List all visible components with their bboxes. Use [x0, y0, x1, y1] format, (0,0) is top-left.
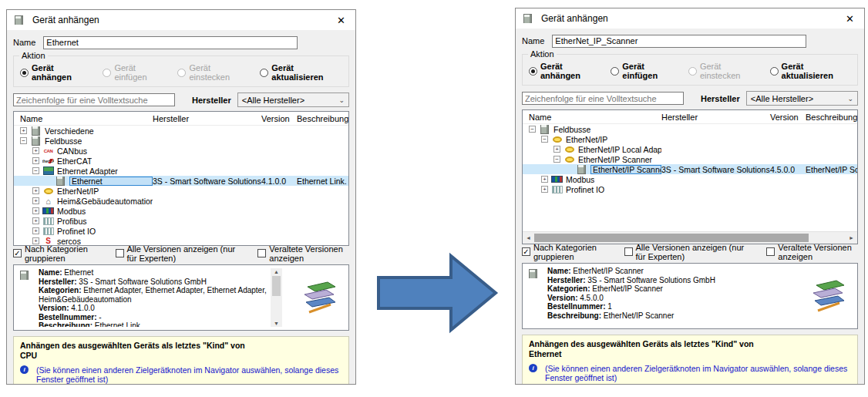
- tree-column-headers: NameHerstellerVersionBeschreibung: [523, 110, 857, 124]
- fulltext-search-input[interactable]: [13, 93, 175, 106]
- radio-ger-t-anh-ngen[interactable]: Gerät anhängen: [20, 63, 91, 82]
- close-icon[interactable]: ✕: [842, 13, 858, 25]
- tree-expand-icon[interactable]: +: [32, 217, 39, 224]
- scroll-down-icon[interactable]: ▼: [274, 321, 279, 326]
- scrollbar-thumb[interactable]: [272, 276, 281, 296]
- tree-row[interactable]: −Feldbusse: [523, 124, 857, 134]
- checkbox-veraltete-versionen-anzeigen[interactable]: Veraltete Versionen anzeigen: [257, 244, 349, 263]
- tree-expand-icon[interactable]: +: [553, 146, 560, 153]
- tree-row[interactable]: +Profinet IO: [14, 226, 348, 236]
- tree-expand-icon[interactable]: +: [541, 176, 548, 183]
- radio-label: Gerät aktualisieren: [271, 63, 342, 82]
- tree-expand-icon[interactable]: +: [541, 186, 548, 193]
- filter-checkboxes: ✓Nach Kategorien gruppierenAlle Versione…: [522, 247, 858, 257]
- tree-item-label: EtherNet/IP Scanner: [578, 155, 652, 164]
- radio-ger-t-aktualisieren[interactable]: Gerät aktualisieren: [260, 63, 342, 82]
- device-name-input[interactable]: [552, 35, 806, 48]
- tree-expand-icon[interactable]: +: [32, 147, 39, 154]
- tree-expand-icon[interactable]: +: [32, 197, 39, 204]
- tree-item-label: Heim&Gebäudeautomation: [57, 197, 153, 206]
- note-text: (Sie können einen anderen Zielgerätknote…: [545, 364, 851, 382]
- vertical-scrollbar[interactable]: ▲▼: [271, 268, 282, 327]
- scroll-left-icon[interactable]: ◄: [523, 235, 534, 241]
- radio-label: Gerät einstecken: [189, 63, 248, 82]
- column-header-beschreibung: Beschreibung: [297, 114, 348, 123]
- tree-expand-icon[interactable]: +: [32, 207, 39, 214]
- radio-ger-t-aktualisieren[interactable]: Gerät aktualisieren: [770, 62, 851, 80]
- scrollbar-thumb[interactable]: [534, 234, 809, 242]
- tree-name-cell: +Profinet IO: [529, 184, 661, 194]
- tree-name-cell: +EtherNet/IP Local Adapter: [529, 144, 661, 154]
- radio-ger-t-anh-ngen[interactable]: Gerät anhängen: [529, 62, 599, 80]
- tree-expand-icon[interactable]: +: [32, 187, 39, 194]
- tree-row[interactable]: +Verschiedene: [14, 126, 348, 136]
- close-icon[interactable]: ✕: [333, 15, 349, 26]
- tree-expand-icon[interactable]: +: [32, 157, 39, 164]
- checkbox-alle-versionen-anzeigen-nur-für-experten-[interactable]: Alle Versionen anzeigen (nur für Experte…: [116, 244, 244, 263]
- attach-target-node: Ethernet: [529, 349, 851, 359]
- tree-row[interactable]: +Modbus: [14, 206, 348, 216]
- tree-row[interactable]: +Modbus: [523, 174, 857, 184]
- fieldbus-grid-icon: [42, 217, 54, 226]
- scrollbar-track[interactable]: [272, 274, 281, 321]
- tree-expand-icon[interactable]: +: [20, 127, 27, 134]
- tree-collapse-icon[interactable]: −: [32, 167, 39, 174]
- info-label: Hersteller:: [547, 276, 585, 284]
- tree-expand-icon[interactable]: +: [32, 227, 39, 234]
- note-text: (Sie können einen anderen Zielgerätknote…: [36, 365, 342, 384]
- info-device-icon-col: [527, 267, 544, 325]
- tree-collapse-icon[interactable]: −: [529, 126, 536, 133]
- device-name-input[interactable]: [43, 36, 298, 49]
- radio-ger-t-einf-gen: Gerät einfügen: [103, 63, 166, 82]
- vendor-combobox[interactable]: <Alle Hersteller>⌄: [746, 91, 858, 106]
- action-radio-group: Gerät anhängenGerät einfügenGerät einste…: [20, 63, 342, 82]
- tree-item-label: Modbus: [566, 175, 594, 184]
- checkbox-veraltete-versionen-anzeigen[interactable]: Veraltete Versionen anzeigen: [766, 243, 858, 261]
- info-label: Version:: [547, 294, 577, 302]
- fulltext-search-input[interactable]: [522, 92, 684, 105]
- scroll-right-icon[interactable]: ►: [846, 235, 857, 241]
- ethernet-adapter-icon: [42, 167, 54, 176]
- radio-circle-icon: [20, 69, 29, 77]
- scrollbar-track[interactable]: [534, 232, 846, 244]
- scroll-up-icon[interactable]: ▲: [274, 269, 279, 274]
- tree-row[interactable]: +Profibus: [14, 216, 348, 226]
- tree-row[interactable]: +EtherNet/IP: [14, 186, 348, 196]
- checkbox-nach-kategorien-gruppieren[interactable]: ✓Nach Kategorien gruppieren: [13, 244, 102, 263]
- checkbox-label: Veraltete Versionen anzeigen: [269, 244, 349, 263]
- radio-ger-t-einstecken: Gerät einstecken: [177, 63, 248, 82]
- checkbox-nach-kategorien-gruppieren[interactable]: ✓Nach Kategorien gruppieren: [522, 243, 611, 261]
- tree-row[interactable]: EtherNet/IP Scanner3S - Smart Software S…: [523, 164, 857, 174]
- column-header-hersteller: Hersteller: [153, 114, 261, 123]
- device-info-text: Name: EtherNet/IP ScannerHersteller: 3S …: [547, 267, 791, 325]
- horizontal-scrollbar[interactable]: ◄►: [523, 231, 857, 244]
- tree-collapse-icon[interactable]: −: [20, 137, 27, 144]
- tree-row[interactable]: +⌂Heim&Gebäudeautomation: [14, 196, 348, 206]
- tree-row[interactable]: +Profinet IO: [523, 184, 857, 194]
- tree-row[interactable]: −Ethernet Adapter: [14, 166, 348, 176]
- tree-row[interactable]: Ethernet3S - Smart Software Solutions Gm…: [14, 176, 348, 186]
- tree-row[interactable]: +EtherCATEtherCAT: [14, 156, 348, 166]
- tree-row[interactable]: −Feldbusse: [14, 136, 348, 146]
- tree-row[interactable]: −EtherNet/IP: [523, 134, 857, 144]
- vendor-combobox[interactable]: <Alle Hersteller>⌄: [237, 93, 349, 107]
- info-line: Hersteller: 3S - Smart Software Solution…: [547, 276, 791, 285]
- checkbox-icon: [624, 247, 633, 256]
- tree-item-label: EtherCAT: [57, 156, 92, 166]
- tree-row[interactable]: −EtherNet/IP Scanner: [523, 154, 857, 164]
- action-groupbox: AktionGerät anhängenGerät einfügenGerät …: [522, 54, 858, 86]
- column-header-version: Version: [770, 113, 806, 122]
- tree-collapse-icon[interactable]: −: [541, 136, 548, 143]
- tree-row[interactable]: +EtherNet/IP Local Adapter: [523, 144, 857, 154]
- radio-ger-t-einstecken: Gerät einstecken: [688, 62, 759, 80]
- checkbox-alle-versionen-anzeigen-nur-für-experten-[interactable]: Alle Versionen anzeigen (nur für Experte…: [624, 243, 753, 261]
- radio-ger-t-einf-gen[interactable]: Gerät einfügen: [611, 62, 677, 80]
- note-info-row: i(Sie können einen anderen Zielgerätknot…: [20, 365, 342, 384]
- tree-column-headers: NameHerstellerVersionBeschreibung: [14, 112, 348, 126]
- tree-name-cell: −Ethernet Adapter: [20, 166, 153, 176]
- tree-row[interactable]: +CANCANbus: [14, 146, 348, 156]
- checkbox-icon: ✓: [13, 249, 22, 257]
- tree-collapse-icon[interactable]: −: [553, 156, 560, 163]
- device-icon: [55, 177, 66, 186]
- vendor-combobox-value: <Alle Hersteller>: [242, 96, 339, 105]
